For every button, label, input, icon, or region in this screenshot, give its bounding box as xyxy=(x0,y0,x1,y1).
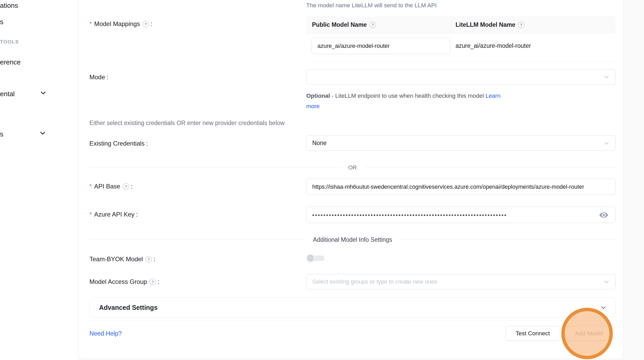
sidebar-item-label: s xyxy=(0,130,3,138)
model-name-note: The model name LiteLLM will send to the … xyxy=(306,2,437,9)
section-divider xyxy=(89,320,616,320)
mode-select[interactable] xyxy=(306,69,616,84)
learn-more-link[interactable]: more xyxy=(306,103,320,109)
need-help-link[interactable]: Need Help? xyxy=(89,330,122,337)
help-icon[interactable]: ? xyxy=(123,183,129,190)
advanced-settings-title: Advanced Settings xyxy=(99,304,158,311)
chevron-down-icon xyxy=(603,279,610,285)
api-base-input-wrap xyxy=(306,179,616,195)
chevron-down-icon xyxy=(600,304,607,311)
sidebar-item-label: ations xyxy=(0,2,18,10)
sidebar-item-experimental[interactable]: ental xyxy=(0,89,15,98)
existing-credentials-label: Existing Credentials : xyxy=(89,140,148,147)
sidebar-item-organizations[interactable]: ations xyxy=(0,1,18,10)
public-model-name-input[interactable] xyxy=(312,38,450,54)
sidebar-section-tools: TOOLS xyxy=(0,39,19,45)
chevron-down-icon xyxy=(40,89,47,96)
table-row-divider xyxy=(306,62,616,62)
required-marker: * xyxy=(89,20,92,28)
add-model-page: ations s TOOLS erence ental s The model … xyxy=(0,0,644,360)
required-marker: * xyxy=(89,211,92,218)
model-mappings-label: * Model Mappings ? : xyxy=(89,20,152,28)
mode-helper-text: Optional - LiteLLM endpoint to use when … xyxy=(306,91,623,112)
api-base-label: * API Base ? : xyxy=(89,183,133,190)
team-byok-toggle[interactable] xyxy=(306,254,325,263)
litellm-model-name-header: LiteLLM Model Name ? xyxy=(456,21,524,28)
model-access-group-select[interactable]: Select existing groups or type to create… xyxy=(306,274,616,289)
model-mapping-table-header: Public Model Name ? LiteLLM Model Name ? xyxy=(306,16,616,34)
existing-credentials-select[interactable]: None xyxy=(306,135,616,151)
test-connect-button[interactable]: Test Connect xyxy=(505,326,560,341)
chevron-down-icon xyxy=(39,130,46,136)
required-marker: * xyxy=(89,183,92,190)
model-access-group-label: Model Access Group ? : xyxy=(89,278,159,285)
mode-label: Mode : xyxy=(89,74,108,81)
azure-api-key-label: * Azure API Key : xyxy=(89,211,138,218)
additional-settings-divider: Additional Model Info Settings xyxy=(89,236,616,244)
help-icon[interactable]: ? xyxy=(369,22,376,28)
team-byok-label: Team-BYOK Model ? : xyxy=(89,256,155,263)
header-divider xyxy=(451,20,451,30)
azure-api-key-input[interactable]: ••••••••••••••••••••••••••••••••••••••••… xyxy=(306,207,616,223)
toggle-thumb xyxy=(306,254,315,263)
help-icon[interactable]: ? xyxy=(149,279,156,285)
litellm-model-name-value: azure_ai/azure-model-router xyxy=(456,42,531,49)
public-model-name-header: Public Model Name ? xyxy=(312,21,376,28)
credentials-note: Either select existing credentials OR en… xyxy=(89,120,284,127)
chevron-down-icon xyxy=(603,74,610,80)
chevron-down-icon xyxy=(603,140,610,146)
sidebar-item-api-reference[interactable]: erence xyxy=(0,58,21,67)
masked-password-value: ••••••••••••••••••••••••••••••••••••••••… xyxy=(307,212,587,218)
sidebar-item-settings[interactable]: s xyxy=(0,130,3,139)
sidebar-item[interactable]: s xyxy=(0,17,3,26)
help-icon[interactable]: ? xyxy=(142,21,149,27)
sidebar-item-label: erence xyxy=(0,58,21,66)
select-placeholder: Select existing groups or type to create… xyxy=(307,278,437,285)
add-model-button[interactable]: Add Model xyxy=(564,326,614,341)
sidebar-item-label: s xyxy=(0,18,3,26)
public-model-name-input-wrap xyxy=(311,38,450,54)
api-base-input[interactable] xyxy=(307,179,615,195)
sidebar-item-label: ental xyxy=(0,90,15,98)
eye-icon[interactable] xyxy=(599,210,609,220)
sidebar: ations s TOOLS erence ental s xyxy=(0,0,78,360)
or-divider: OR xyxy=(89,164,616,171)
help-icon[interactable]: ? xyxy=(145,256,152,263)
advanced-settings-panel[interactable]: Advanced Settings xyxy=(89,297,616,318)
learn-more-link[interactable]: Learn xyxy=(485,93,500,99)
help-icon[interactable]: ? xyxy=(518,22,524,28)
